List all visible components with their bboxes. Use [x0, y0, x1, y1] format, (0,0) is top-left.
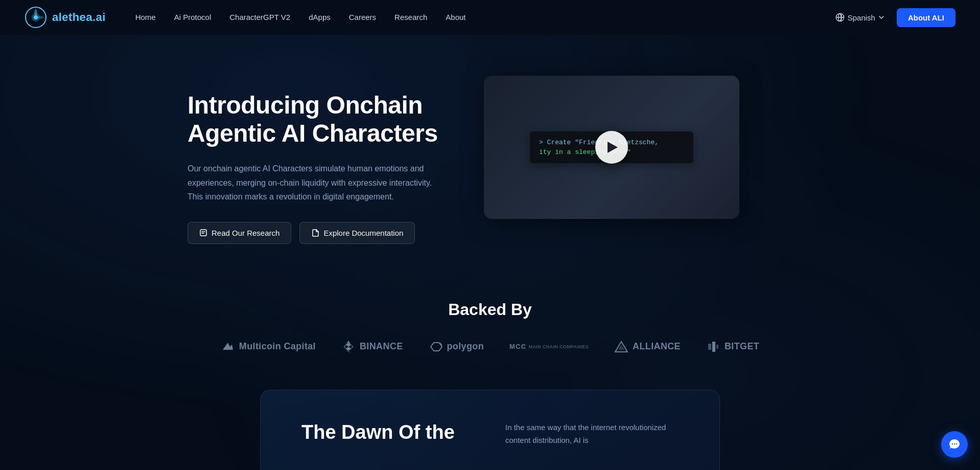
chat-widget[interactable] [941, 431, 968, 458]
chat-icon [948, 438, 961, 451]
bottom-card-right: In the same way that the internet revolu… [505, 421, 679, 447]
svg-point-19 [956, 443, 957, 444]
hero-description: Our onchain agentic AI Characters simula… [188, 162, 433, 204]
nav-careers[interactable]: Careers [340, 9, 385, 26]
logo-polygon: polygon [429, 340, 484, 354]
bottom-section: The Dawn Of the In the same way that the… [0, 374, 980, 470]
video-inner: > Create "Friedrich Nietzsche, ity in a … [484, 76, 739, 219]
multicoin-icon [221, 340, 235, 354]
language-label: Spanish [848, 13, 875, 22]
hero-left: Introducing Onchain Agentic AI Character… [188, 76, 453, 244]
svg-marker-8 [343, 345, 345, 349]
hero-title: Introducing Onchain Agentic AI Character… [188, 91, 453, 147]
alliance-label: ALLIANCE [633, 341, 681, 352]
logo-mcc: MCC MAIN CHAIN COMPANIES [509, 343, 589, 350]
svg-marker-9 [352, 345, 354, 349]
svg-marker-7 [345, 343, 352, 347]
svg-rect-5 [200, 230, 206, 236]
logo-multicoin: Multicoin Capital [221, 340, 316, 354]
nav-chargpt[interactable]: CharacterGPT V2 [220, 9, 299, 26]
nav-dapps[interactable]: dApps [299, 9, 340, 26]
hero-section: Introducing Onchain Agentic AI Character… [163, 35, 817, 275]
nav-ai-protocol[interactable]: Ai Protocol [165, 9, 221, 26]
bitget-icon [706, 340, 720, 354]
logo-binance: BINANCE [341, 340, 403, 354]
play-triangle-icon [608, 142, 618, 153]
bottom-card-title: The Dawn Of the [301, 421, 475, 444]
svg-rect-14 [708, 344, 711, 350]
docs-icon [311, 229, 319, 237]
svg-rect-16 [716, 345, 718, 349]
binance-label: BINANCE [360, 341, 403, 352]
backed-section: Backed By Multicoin Capital BINANCE [0, 275, 980, 374]
polygon-icon [429, 340, 443, 354]
globe-icon [835, 13, 845, 22]
chevron-down-icon [878, 14, 884, 20]
explore-docs-button[interactable]: Explore Documentation [299, 222, 415, 244]
binance-icon [341, 340, 356, 354]
svg-rect-15 [712, 342, 715, 352]
research-icon [199, 229, 207, 237]
logo-link[interactable]: alethea.ai [25, 6, 106, 29]
logo-bitget: BITGET [706, 340, 759, 354]
hero-buttons: Read Our Research Explore Documentation [188, 222, 453, 244]
nav-right: Spanish About ALI [830, 8, 955, 27]
video-play-button[interactable] [595, 131, 628, 164]
logo-alliance: ALLIANCE [614, 340, 681, 354]
bottom-card-content: The Dawn Of the In the same way that the… [301, 421, 679, 447]
about-ali-button[interactable]: About ALI [897, 8, 955, 27]
polygon-label: polygon [447, 341, 484, 352]
bottom-card: The Dawn Of the In the same way that the… [260, 390, 720, 470]
svg-point-18 [954, 443, 955, 444]
svg-point-17 [952, 443, 953, 444]
nav-about[interactable]: About [436, 9, 475, 26]
logo-icon [25, 6, 47, 29]
mcc-label: MCC [509, 343, 527, 350]
nav-home[interactable]: Home [126, 9, 165, 26]
alliance-icon [614, 340, 628, 354]
multicoin-label: Multicoin Capital [239, 341, 316, 352]
read-research-button[interactable]: Read Our Research [188, 222, 291, 244]
navbar: alethea.ai Home Ai Protocol CharacterGPT… [0, 0, 980, 35]
logo-text: alethea.ai [52, 11, 106, 24]
backed-title: Backed By [25, 300, 955, 319]
svg-marker-10 [345, 347, 352, 351]
bitget-label: BITGET [725, 341, 759, 352]
bottom-card-left: The Dawn Of the [301, 421, 475, 444]
hero-video[interactable]: > Create "Friedrich Nietzsche, ity in a … [484, 76, 739, 219]
mcc-sublabel: MAIN CHAIN COMPANIES [529, 344, 589, 349]
nav-research[interactable]: Research [385, 9, 436, 26]
language-selector[interactable]: Spanish [830, 10, 890, 25]
nav-links: Home Ai Protocol CharacterGPT V2 dApps C… [126, 13, 830, 22]
bottom-card-description: In the same way that the internet revolu… [505, 421, 679, 447]
backed-logos: Multicoin Capital BINANCE poly [25, 340, 955, 354]
svg-marker-11 [346, 351, 351, 353]
